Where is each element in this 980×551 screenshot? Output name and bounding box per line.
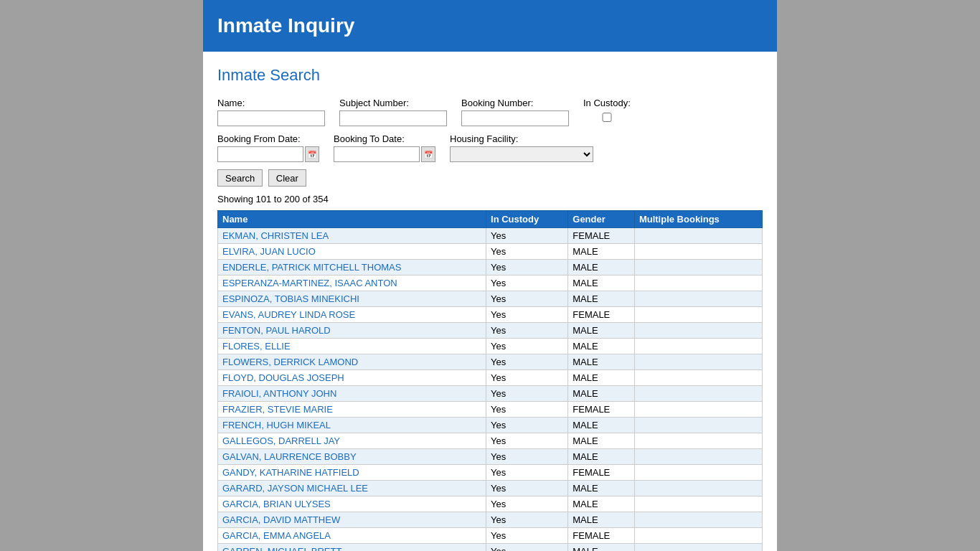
in-custody-cell: Yes <box>486 354 568 370</box>
table-row: ESPERANZA-MARTINEZ, ISAAC ANTONYesMALE <box>218 276 763 291</box>
table-row: EKMAN, CHRISTEN LEAYesFEMALE <box>218 228 763 244</box>
in-custody-cell: Yes <box>486 228 568 244</box>
inmate-name-link[interactable]: FLORES, ELLIE <box>222 341 291 352</box>
housing-facility-select[interactable] <box>450 146 593 162</box>
inmate-name-link[interactable]: GARARD, JAYSON MICHAEL LEE <box>222 483 368 494</box>
inmate-name-link[interactable]: GARCIA, BRIAN ULYSES <box>222 499 331 509</box>
multiple-bookings-cell <box>634 528 762 544</box>
multiple-bookings-cell <box>634 512 762 528</box>
inmate-name-link[interactable]: GALVAN, LAURRENCE BOBBY <box>222 451 357 462</box>
gender-cell: MALE <box>568 339 635 354</box>
gender-cell: MALE <box>568 544 635 552</box>
gender-cell: FEMALE <box>568 528 635 544</box>
inmate-name-link[interactable]: GARREN, MICHAEL BRETT <box>222 546 341 551</box>
in-custody-cell: Yes <box>486 481 568 496</box>
multiple-bookings-cell <box>634 386 762 402</box>
subject-label: Subject Number: <box>339 98 447 108</box>
booking-from-label: Booking From Date: <box>217 133 319 144</box>
table-row: GARREN, MICHAEL BRETTYesMALE <box>218 544 763 552</box>
multiple-bookings-cell <box>634 418 762 433</box>
in-custody-cell: Yes <box>486 544 568 552</box>
multiple-bookings-cell <box>634 496 762 512</box>
table-row: FLOYD, DOUGLAS JOSEPHYesMALE <box>218 370 763 386</box>
table-row: ENDERLE, PATRICK MITCHELL THOMASYesMALE <box>218 260 763 276</box>
multiple-bookings-cell <box>634 260 762 276</box>
booking-from-input[interactable] <box>217 146 303 162</box>
table-row: FENTON, PAUL HAROLDYesMALE <box>218 323 763 339</box>
multiple-bookings-cell <box>634 354 762 370</box>
gender-cell: MALE <box>568 449 635 465</box>
in-custody-cell: Yes <box>486 528 568 544</box>
clear-button[interactable]: Clear <box>268 169 306 187</box>
inmate-name-link[interactable]: FENTON, PAUL HAROLD <box>222 325 331 336</box>
inmate-name-link[interactable]: FRENCH, HUGH MIKEAL <box>222 420 331 430</box>
in-custody-cell: Yes <box>486 291 568 307</box>
gender-cell: MALE <box>568 418 635 433</box>
gender-cell: MALE <box>568 433 635 449</box>
multiple-bookings-cell <box>634 402 762 418</box>
inmate-name-link[interactable]: EKMAN, CHRISTEN LEA <box>222 230 329 241</box>
inmate-name-link[interactable]: FRAZIER, STEVIE MARIE <box>222 404 333 415</box>
table-row: GALVAN, LAURRENCE BOBBYYesMALE <box>218 449 763 465</box>
in-custody-cell: Yes <box>486 339 568 354</box>
inmate-name-link[interactable]: FLOYD, DOUGLAS JOSEPH <box>222 372 344 383</box>
name-label: Name: <box>217 98 325 108</box>
in-custody-cell: Yes <box>486 465 568 481</box>
in-custody-cell: Yes <box>486 244 568 260</box>
multiple-bookings-cell <box>634 307 762 323</box>
multiple-bookings-cell <box>634 433 762 449</box>
in-custody-cell: Yes <box>486 276 568 291</box>
table-row: FRENCH, HUGH MIKEALYesMALE <box>218 418 763 433</box>
inmate-name-link[interactable]: GARCIA, DAVID MATTHEW <box>222 514 340 525</box>
name-input[interactable] <box>217 110 325 126</box>
inmate-name-link[interactable]: GANDY, KATHARINE HATFIELD <box>222 467 359 478</box>
booking-to-label: Booking To Date: <box>334 133 435 144</box>
gender-cell: MALE <box>568 323 635 339</box>
multiple-bookings-cell <box>634 465 762 481</box>
gender-cell: MALE <box>568 496 635 512</box>
search-button[interactable]: Search <box>217 169 263 187</box>
in-custody-cell: Yes <box>486 433 568 449</box>
col-header-multiple-bookings: Multiple Bookings <box>634 211 762 228</box>
booking-number-input[interactable] <box>461 110 569 126</box>
inmate-name-link[interactable]: FRAIOLI, ANTHONY JOHN <box>222 388 336 399</box>
table-row: GARCIA, EMMA ANGELAYesFEMALE <box>218 528 763 544</box>
inmate-name-link[interactable]: GALLEGOS, DARRELL JAY <box>222 435 340 446</box>
table-row: EVANS, AUDREY LINDA ROSEYesFEMALE <box>218 307 763 323</box>
in-custody-cell: Yes <box>486 512 568 528</box>
in-custody-cell: Yes <box>486 449 568 465</box>
gender-cell: FEMALE <box>568 402 635 418</box>
gender-cell: MALE <box>568 244 635 260</box>
gender-cell: MALE <box>568 291 635 307</box>
table-row: GARCIA, BRIAN ULYSESYesMALE <box>218 496 763 512</box>
col-header-in-custody: In Custody <box>486 211 568 228</box>
inmate-name-link[interactable]: FLOWERS, DERRICK LAMOND <box>222 357 358 367</box>
results-table: Name In Custody Gender Multiple Bookings… <box>217 210 763 551</box>
booking-from-calendar-button[interactable]: 📅 <box>305 146 319 162</box>
gender-cell: MALE <box>568 481 635 496</box>
in-custody-cell: Yes <box>486 323 568 339</box>
multiple-bookings-cell <box>634 481 762 496</box>
multiple-bookings-cell <box>634 544 762 552</box>
inmate-name-link[interactable]: EVANS, AUDREY LINDA ROSE <box>222 309 355 320</box>
multiple-bookings-cell <box>634 276 762 291</box>
inmate-name-link[interactable]: ESPINOZA, TOBIAS MINEKICHI <box>222 293 359 304</box>
multiple-bookings-cell <box>634 370 762 386</box>
table-row: GALLEGOS, DARRELL JAYYesMALE <box>218 433 763 449</box>
col-header-gender: Gender <box>568 211 635 228</box>
results-count: Showing 101 to 200 of 354 <box>217 194 763 204</box>
gender-cell: MALE <box>568 354 635 370</box>
table-row: GARCIA, DAVID MATTHEWYesMALE <box>218 512 763 528</box>
inmate-name-link[interactable]: ENDERLE, PATRICK MITCHELL THOMAS <box>222 262 401 273</box>
booking-label: Booking Number: <box>461 98 569 108</box>
booking-to-input[interactable] <box>334 146 420 162</box>
in-custody-cell: Yes <box>486 260 568 276</box>
inmate-name-link[interactable]: GARCIA, EMMA ANGELA <box>222 530 331 541</box>
gender-cell: MALE <box>568 370 635 386</box>
in-custody-checkbox[interactable] <box>583 113 631 122</box>
multiple-bookings-cell <box>634 291 762 307</box>
booking-to-calendar-button[interactable]: 📅 <box>421 146 435 162</box>
subject-input[interactable] <box>339 110 447 126</box>
inmate-name-link[interactable]: ELVIRA, JUAN LUCIO <box>222 246 316 257</box>
inmate-name-link[interactable]: ESPERANZA-MARTINEZ, ISAAC ANTON <box>222 278 397 288</box>
